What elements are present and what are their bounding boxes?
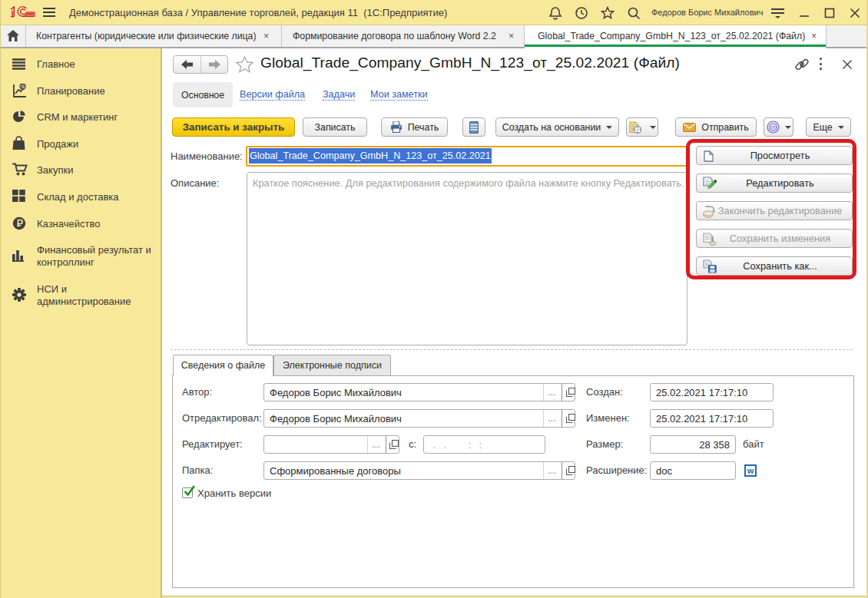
svg-text:w: w [747, 466, 754, 475]
